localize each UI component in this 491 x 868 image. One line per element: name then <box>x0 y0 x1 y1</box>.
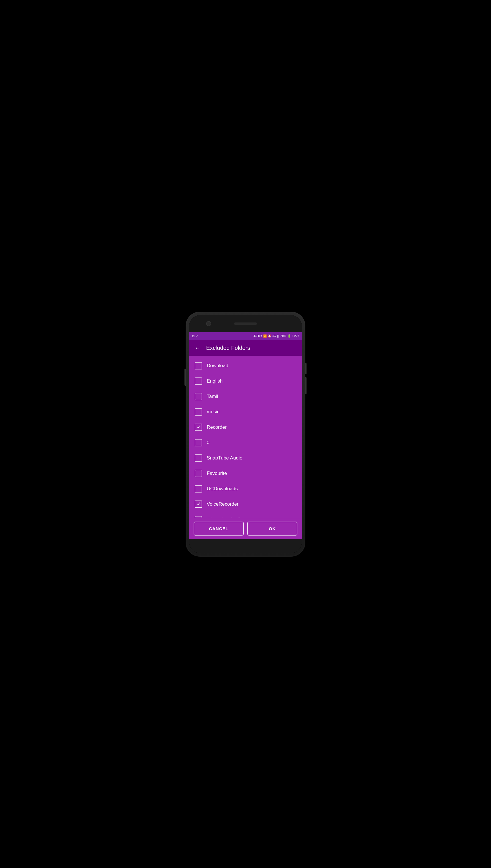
front-camera <box>206 321 211 326</box>
list-item[interactable]: 0 <box>189 435 302 451</box>
folder-name: SnapTube Audio <box>207 455 242 461</box>
page-header: ← Excluded Folders <box>189 340 302 356</box>
back-button[interactable]: ← <box>194 344 202 352</box>
folder-checkbox[interactable] <box>195 516 202 518</box>
folder-name: 0 <box>207 440 209 445</box>
folder-checkbox[interactable] <box>195 424 202 431</box>
bottom-actions: CANCEL OK <box>189 518 302 539</box>
list-item[interactable]: Recorder <box>189 420 302 435</box>
status-right-area: 430b/s 📶 ⏰ 4G ||| 30% 🔋 14:27 <box>254 335 299 338</box>
volume-up-button[interactable] <box>305 363 307 374</box>
folder-checkbox[interactable] <box>195 485 202 493</box>
power-button[interactable] <box>184 369 186 386</box>
folder-checkbox[interactable] <box>195 393 202 400</box>
folder-checkbox[interactable] <box>195 377 202 385</box>
clock-icon: ⏰ <box>268 335 271 338</box>
battery-level: 30% <box>281 335 286 338</box>
page-title: Excluded Folders <box>206 345 250 351</box>
wifi-icon: 📶 <box>263 335 267 338</box>
phone-device: 🖼 ↺ 430b/s 📶 ⏰ 4G ||| 30% 🔋 14:27 ← Excl… <box>185 312 306 557</box>
screen: 🖼 ↺ 430b/s 📶 ⏰ 4G ||| 30% 🔋 14:27 ← Excl… <box>189 332 302 539</box>
folder-name: Tamil <box>207 394 218 399</box>
folder-checkbox[interactable] <box>195 454 202 462</box>
ok-button[interactable]: OK <box>247 522 297 535</box>
list-item[interactable]: VoiceRecorder <box>189 497 302 512</box>
folder-checkbox[interactable] <box>195 408 202 415</box>
folder-name: music <box>207 409 219 415</box>
folder-name: Recorder <box>207 425 227 430</box>
status-left-icons: 🖼 ↺ <box>192 335 198 338</box>
folder-checkbox[interactable] <box>195 500 202 508</box>
folder-name: Download <box>207 363 228 369</box>
folder-checkbox[interactable] <box>195 362 202 370</box>
top-bezel <box>189 315 302 332</box>
speed-indicator: 430b/s <box>254 335 262 338</box>
earpiece-speaker <box>234 322 257 325</box>
phone-screen-container: 🖼 ↺ 430b/s 📶 ⏰ 4G ||| 30% 🔋 14:27 ← Excl… <box>189 315 302 553</box>
network-type: 4G <box>272 335 276 338</box>
list-item[interactable]: Download <box>189 358 302 373</box>
folder-checkbox[interactable] <box>195 439 202 446</box>
list-item[interactable]: WhatsApp Audio <box>189 512 302 518</box>
list-item[interactable]: SnapTube Audio <box>189 451 302 466</box>
bottom-bezel <box>189 539 302 553</box>
folder-name: Favourite <box>207 471 227 476</box>
clock-time: 14:27 <box>292 335 299 338</box>
volume-down-button[interactable] <box>305 377 307 394</box>
folder-name: English <box>207 378 223 384</box>
list-item[interactable]: music <box>189 404 302 420</box>
folder-checkbox[interactable] <box>195 470 202 477</box>
list-item[interactable]: Favourite <box>189 466 302 481</box>
status-bar: 🖼 ↺ 430b/s 📶 ⏰ 4G ||| 30% 🔋 14:27 <box>189 332 302 340</box>
list-item[interactable]: Tamil <box>189 389 302 404</box>
list-item[interactable]: UCDownloads <box>189 481 302 497</box>
cancel-button[interactable]: CANCEL <box>194 522 244 535</box>
signal-icon: ||| <box>277 335 280 338</box>
folder-list: DownloadEnglishTamilmusicRecorder0SnapTu… <box>189 356 302 518</box>
image-icon: 🖼 <box>192 335 195 338</box>
battery-icon: 🔋 <box>287 335 291 338</box>
folder-name: VoiceRecorder <box>207 501 239 507</box>
folder-name: UCDownloads <box>207 486 238 492</box>
list-item[interactable]: English <box>189 373 302 389</box>
sync-icon: ↺ <box>196 335 198 338</box>
